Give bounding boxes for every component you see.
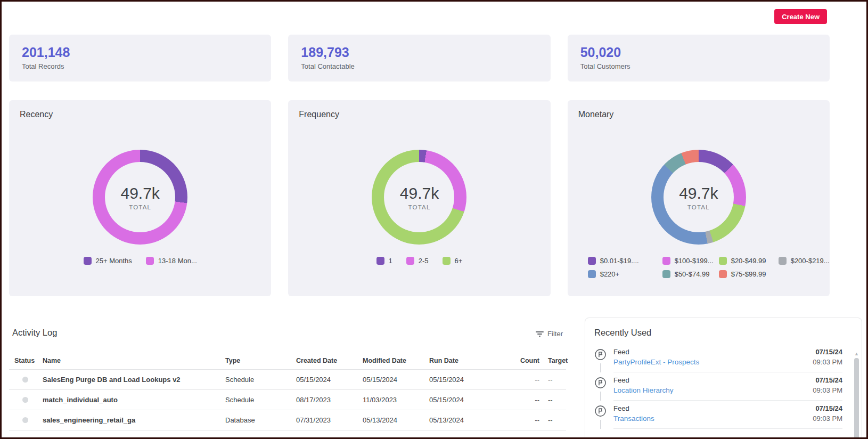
- timeline-connector: [600, 420, 601, 429]
- recency-donut-chart[interactable]: 49.7k TOTAL: [93, 150, 187, 245]
- chart-title: Frequency: [299, 110, 539, 119]
- created-cell: 05/15/2024: [296, 376, 363, 384]
- legend-item[interactable]: $0.01-$19....: [588, 257, 662, 265]
- status-dot-icon: [22, 397, 28, 403]
- stat-label: Total Records: [22, 62, 258, 70]
- filter-label: Filter: [547, 330, 563, 338]
- column-header-target: Target: [539, 357, 566, 364]
- type-cell: Schedule: [225, 396, 296, 404]
- feed-name-link[interactable]: PartyProfileExt - Prospects: [613, 358, 699, 366]
- stats-row: 201,148 Total Records 189,793 Total Cont…: [9, 35, 830, 82]
- table-row[interactable]: match_individual_autoSchedule08/17/20231…: [9, 390, 566, 410]
- legend-item[interactable]: 13-18 Mon...: [146, 257, 197, 265]
- donut-total-value: 49.7k: [400, 184, 439, 202]
- legend-label: $0.01-$19....: [600, 257, 639, 265]
- feed-type-label: Feed: [613, 376, 674, 384]
- stat-label: Total Customers: [580, 62, 817, 70]
- status-cell: [9, 377, 36, 383]
- activity-table-body: SalesEng Purge DB and Load Lookups v2Sch…: [9, 370, 566, 430]
- legend-item[interactable]: $75-$99.99: [719, 270, 779, 278]
- activity-table: StatusNameTypeCreated DateModified DateR…: [9, 352, 566, 430]
- chart-legend: 25+ Months13-18 Mon...: [20, 257, 260, 265]
- legend-swatch: [662, 257, 670, 265]
- frequency-chart-card: Frequency 49.7k TOTAL 12-56+: [288, 100, 550, 296]
- frequency-donut-chart[interactable]: 49.7k TOTAL: [372, 150, 466, 245]
- donut-hole: 49.7k TOTAL: [664, 162, 734, 232]
- legend-swatch: [84, 257, 92, 265]
- legend-label: 6+: [455, 257, 463, 265]
- stat-card-total-customers: 50,020 Total Customers: [568, 35, 830, 82]
- chart-title: Monetary: [578, 110, 819, 119]
- donut-total-label: TOTAL: [408, 204, 430, 210]
- column-header-modified-date: Modified Date: [363, 357, 429, 364]
- filter-button[interactable]: Filter: [533, 329, 566, 338]
- feed-icon: [594, 377, 607, 389]
- legend-label: $75-$99.99: [731, 270, 766, 278]
- table-row[interactable]: sales_engineering_retail_gaDatabase07/31…: [9, 410, 566, 430]
- legend-swatch: [779, 257, 787, 265]
- legend-label: 13-18 Mon...: [158, 257, 197, 265]
- create-new-button[interactable]: Create New: [774, 9, 827, 24]
- feed-date: 07/15/24: [813, 376, 842, 384]
- recently-used-item: FeedTransactions07/15/2409:03 PM: [594, 401, 842, 429]
- legend-item[interactable]: 2-5: [406, 257, 429, 265]
- feed-item-body: FeedTransactions07/15/2409:03 PM: [613, 401, 842, 429]
- stat-label: Total Contactable: [301, 62, 537, 70]
- count-cell: --: [502, 376, 539, 384]
- feed-type-label: Feed: [613, 348, 699, 356]
- legend-item[interactable]: 6+: [443, 257, 463, 265]
- activity-log-title: Activity Log: [12, 328, 566, 338]
- feed-name-link[interactable]: Transactions: [613, 414, 654, 422]
- modified-cell: 05/15/2024: [363, 376, 429, 384]
- recently-used-item: FeedLocation Hierarchy07/15/2409:03 PM: [594, 372, 842, 401]
- status-dot-icon: [22, 417, 28, 423]
- run-cell: 05/15/2024: [429, 376, 502, 384]
- legend-swatch: [662, 270, 670, 278]
- scrollbar-thumb[interactable]: [854, 358, 859, 439]
- charts-row: Recency 49.7k TOTAL 25+ Months13-18 Mon.…: [9, 100, 830, 296]
- legend-label: $50-$74.99: [675, 270, 710, 278]
- count-cell: --: [502, 396, 539, 404]
- legend-item[interactable]: 25+ Months: [84, 257, 132, 265]
- run-cell: 05/15/2024: [429, 396, 502, 404]
- column-header-type: Type: [225, 357, 296, 364]
- legend-swatch: [719, 257, 727, 265]
- legend-swatch: [406, 257, 414, 265]
- dashboard-page: Create New 201,148 Total Records 189,793…: [0, 0, 868, 439]
- stat-card-total-records: 201,148 Total Records: [9, 35, 271, 82]
- feed-item-timestamp: 07/15/2409:03 PM: [813, 376, 842, 394]
- feed-time: 09:03 PM: [813, 358, 842, 366]
- name-cell: SalesEng Purge DB and Load Lookups v2: [36, 376, 225, 384]
- modified-cell: 11/03/2023: [363, 396, 429, 404]
- stat-value: 201,148: [22, 45, 258, 60]
- scrollbar-up-arrow[interactable]: ▲: [854, 351, 859, 356]
- created-cell: 07/31/2023: [296, 416, 363, 424]
- legend-item[interactable]: $220+: [588, 270, 662, 278]
- chart-legend: $0.01-$19....$100-$199...$20-$49.99$200-…: [578, 257, 819, 278]
- table-row[interactable]: SalesEng Purge DB and Load Lookups v2Sch…: [9, 370, 566, 390]
- activity-log-section: Activity Log Filter StatusNameTypeCreate…: [9, 318, 566, 430]
- name-cell: sales_engineering_retail_ga: [36, 416, 225, 424]
- legend-label: $20-$49.99: [731, 257, 766, 265]
- feed-item-text: FeedLocation Hierarchy: [613, 376, 674, 395]
- monetary-donut-chart[interactable]: 49.7k TOTAL: [651, 150, 746, 245]
- feed-icon: [594, 348, 607, 361]
- recently-used-title: Recently Used: [594, 328, 862, 338]
- feed-name-link[interactable]: Location Hierarchy: [613, 386, 674, 394]
- legend-item[interactable]: $200-$219...: [779, 257, 830, 265]
- legend-item[interactable]: $50-$74.99: [662, 270, 719, 278]
- timeline-connector: [600, 392, 601, 401]
- feed-icon-column: [594, 344, 607, 372]
- recently-used-scrollbar[interactable]: ▲: [854, 351, 859, 439]
- legend-item[interactable]: $20-$49.99: [719, 257, 779, 265]
- feed-type-label: Feed: [613, 404, 654, 412]
- column-header-name: Name: [36, 357, 225, 364]
- legend-item[interactable]: 1: [376, 257, 392, 265]
- feed-time: 09:03 PM: [813, 386, 842, 394]
- legend-label: 25+ Months: [96, 257, 132, 265]
- legend-item[interactable]: $100-$199...: [662, 257, 719, 265]
- filter-icon: [536, 331, 544, 337]
- stat-value: 50,020: [580, 45, 817, 60]
- feed-item-timestamp: 07/15/2409:03 PM: [813, 404, 842, 422]
- recency-chart-card: Recency 49.7k TOTAL 25+ Months13-18 Mon.…: [9, 100, 271, 296]
